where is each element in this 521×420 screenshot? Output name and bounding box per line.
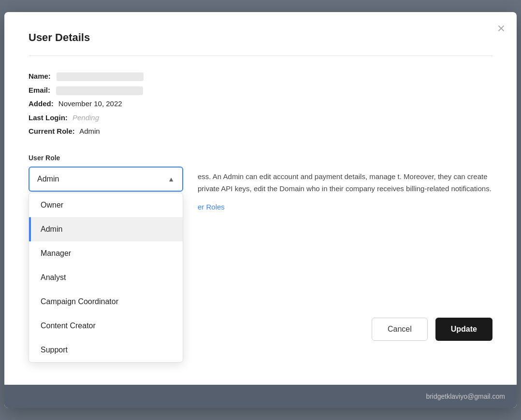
- added-value: November 10, 2022: [58, 99, 122, 108]
- email-row: Email:: [29, 84, 492, 98]
- dropdown-item-admin[interactable]: Admin: [29, 217, 183, 241]
- support-label: Support: [41, 346, 68, 354]
- dropdown-item-campaign-coordinator[interactable]: Campaign Coordinator: [29, 290, 183, 314]
- current-role-row: Current Role: Admin: [29, 125, 492, 139]
- current-role-label: Current Role:: [29, 127, 75, 135]
- role-section: User Role Admin ▲ Owner Admin: [29, 154, 492, 341]
- dropdown-item-analyst[interactable]: Analyst: [29, 266, 183, 290]
- name-redacted: [57, 72, 144, 81]
- email-redacted: [56, 86, 143, 95]
- modal-overlay: × User Details Name: Email: Added: Novem…: [0, 0, 521, 420]
- description-text: ess. An Admin can edit account and payme…: [198, 170, 492, 195]
- modal-title: User Details: [29, 31, 492, 44]
- last-login-row: Last Login: Pending: [29, 111, 492, 125]
- name-row: Name:: [29, 70, 492, 84]
- role-select-button[interactable]: Admin ▲: [29, 167, 183, 192]
- email-label: Email:: [29, 86, 50, 94]
- campaign-coordinator-label: Campaign Coordinator: [41, 297, 118, 306]
- dropdown-item-support[interactable]: Support: [29, 338, 183, 362]
- content-creator-label: Content Creator: [41, 322, 96, 330]
- analyst-label: Analyst: [41, 273, 66, 282]
- user-info-section: Name: Email: Added: November 10, 2022 La…: [29, 70, 492, 139]
- name-label: Name:: [29, 72, 51, 80]
- current-role-value: Admin: [79, 127, 100, 135]
- role-select-wrapper: Admin ▲ Owner Admin Manager: [29, 167, 183, 192]
- role-section-label: User Role: [29, 154, 492, 162]
- added-row: Added: November 10, 2022: [29, 97, 492, 111]
- role-dropdown-menu: Owner Admin Manager Analyst Campaign Coo: [29, 193, 183, 363]
- update-button[interactable]: Update: [435, 318, 492, 341]
- bottom-email: bridgetklaviyo@gmail.com: [426, 392, 505, 400]
- added-label: Added:: [29, 99, 54, 108]
- chevron-up-icon: ▲: [168, 175, 174, 183]
- last-login-label: Last Login:: [29, 113, 68, 122]
- cancel-button[interactable]: Cancel: [372, 318, 428, 341]
- manager-label: Manager: [41, 249, 71, 258]
- learn-more-link[interactable]: er Roles: [198, 203, 225, 211]
- dropdown-item-manager[interactable]: Manager: [29, 241, 183, 266]
- bottom-bar: bridgetklaviyo@gmail.com: [4, 385, 517, 408]
- role-select-value: Admin: [37, 175, 59, 183]
- dropdown-item-owner[interactable]: Owner: [29, 193, 183, 217]
- owner-label: Owner: [41, 201, 63, 210]
- dropdown-item-content-creator[interactable]: Content Creator: [29, 314, 183, 338]
- close-button[interactable]: ×: [497, 22, 505, 35]
- description-area: ess. An Admin can edit account and payme…: [198, 167, 492, 211]
- divider: [29, 56, 492, 56]
- modal-dialog: × User Details Name: Email: Added: Novem…: [4, 12, 517, 408]
- admin-label: Admin: [41, 225, 62, 234]
- last-login-value: Pending: [72, 113, 99, 122]
